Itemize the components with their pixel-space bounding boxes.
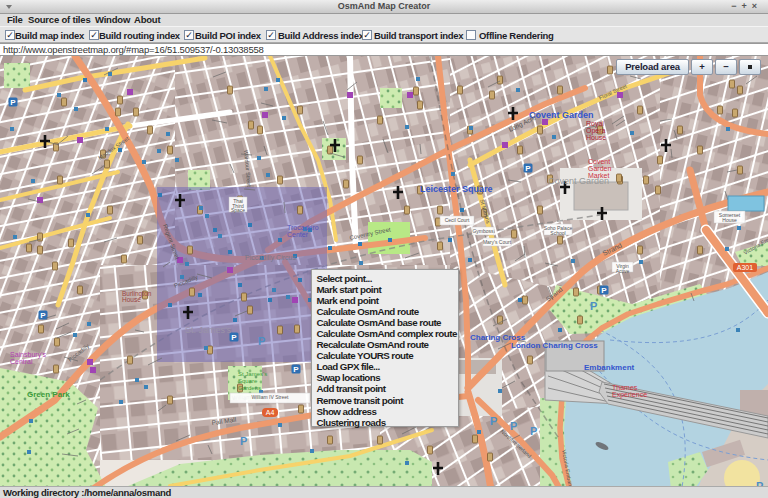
svg-text:Mary's Court: Mary's Court [483, 239, 512, 245]
svg-text:Center: Center [287, 231, 309, 238]
svg-text:St. James's: St. James's [185, 325, 232, 335]
svg-text:Active: Active [616, 268, 630, 274]
svg-text:Gardens: Gardens [238, 385, 261, 391]
svg-text:P: P [293, 365, 299, 374]
svg-text:Square: Square [238, 378, 258, 384]
svg-text:Covent: Covent [588, 158, 610, 165]
svg-text:Gymboss: Gymboss [472, 228, 494, 234]
svg-text:Trocadero: Trocadero [287, 224, 319, 231]
svg-text:House: House [586, 134, 606, 141]
svg-text:Thames: Thames [612, 384, 638, 391]
svg-text:P: P [40, 311, 46, 320]
svg-text:London Charing Cross: London Charing Cross [511, 341, 598, 350]
svg-text:William IV Street: William IV Street [252, 394, 290, 400]
svg-text:P: P [240, 435, 247, 447]
svg-text:P: P [525, 164, 531, 173]
svg-text:School: School [550, 230, 565, 236]
svg-text:P: P [10, 98, 16, 107]
svg-text:Piccadilly Circus: Piccadilly Circus [245, 254, 296, 262]
svg-text:P: P [231, 333, 237, 342]
svg-text:House: House [122, 296, 141, 303]
svg-text:House: House [722, 217, 737, 223]
svg-text:P: P [490, 415, 497, 427]
svg-text:Central: Central [10, 358, 33, 365]
svg-text:A301: A301 [737, 264, 753, 271]
svg-text:Garden: Garden [588, 165, 611, 172]
svg-text:A4: A4 [266, 409, 275, 416]
svg-text:P: P [510, 420, 517, 432]
svg-text:Space: Space [231, 207, 245, 213]
svg-text:P: P [530, 425, 537, 437]
svg-text:Covent Garden: Covent Garden [529, 110, 594, 120]
svg-text:P: P [601, 286, 607, 295]
svg-text:P: P [590, 300, 597, 312]
svg-text:Embankment: Embankment [584, 363, 635, 372]
svg-text:Market: Market [588, 172, 609, 179]
svg-text:Experience: Experience [612, 391, 647, 399]
svg-text:Cecil Court: Cecil Court [445, 217, 470, 223]
svg-text:Leicester Square: Leicester Square [420, 184, 493, 194]
svg-text:St James's: St James's [238, 371, 267, 377]
svg-text:Green Park: Green Park [27, 390, 70, 399]
svg-text:P: P [258, 335, 265, 347]
